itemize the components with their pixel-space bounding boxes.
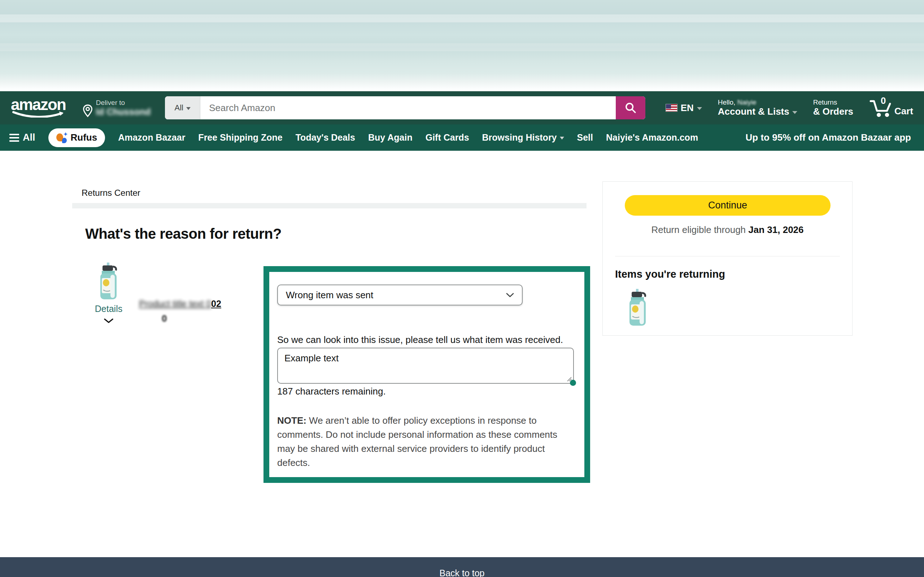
- all-menu-button[interactable]: All: [10, 132, 36, 143]
- chars-remaining: 187 characters remaining.: [277, 386, 577, 397]
- search-category-dropdown[interactable]: All: [165, 96, 200, 119]
- account-label: Account & Lists: [718, 106, 789, 117]
- product-thumbnail-block: Details: [95, 263, 123, 324]
- search-bar: All: [165, 96, 645, 119]
- select-chevron-icon: [506, 293, 514, 298]
- banner-streak: [0, 15, 924, 23]
- items-returning-heading: Items you're returning: [615, 268, 725, 280]
- reason-selected-value: Wrong item was sent: [286, 290, 373, 301]
- chevron-down-icon[interactable]: [104, 318, 113, 324]
- promo-banner[interactable]: Up to 95% off on Amazon Bazaar app: [746, 132, 914, 143]
- cursor-dot: [570, 380, 576, 386]
- main-column: Returns Center What's the reason for ret…: [72, 182, 586, 493]
- return-summary-card: Continue Return eligible through Jan 31,…: [603, 181, 853, 336]
- card-gutter: [72, 203, 586, 208]
- amazon-logo[interactable]: amazon: [11, 98, 66, 118]
- policy-note-bold: NOTE:: [277, 415, 307, 426]
- comment-textarea-wrap: Example text: [277, 348, 574, 385]
- greeting-name: Naiyie: [737, 98, 756, 106]
- page: amazon Deliver to Id Chussond All: [0, 0, 924, 577]
- nav-link-browsing-history[interactable]: Browsing History: [482, 132, 564, 143]
- comment-textarea[interactable]: Example text: [277, 348, 574, 384]
- cart-count: 0: [881, 95, 886, 106]
- eligibility-date: Jan 31, 2026: [748, 224, 803, 235]
- rufus-icon: ✦: [56, 132, 67, 143]
- rufus-label: Rufus: [71, 132, 97, 143]
- page-title: What's the reason for return?: [85, 226, 281, 242]
- language-selector[interactable]: EN: [666, 102, 702, 114]
- returns-line2: & Orders: [813, 106, 853, 117]
- sidebar-divider: [615, 256, 840, 256]
- product-title[interactable]: Product title text 002: [139, 298, 233, 309]
- deliver-to-label: Deliver to: [96, 99, 150, 107]
- policy-note: NOTE: We aren’t able to offer policy exc…: [277, 414, 577, 470]
- nav-link-todays-deals[interactable]: Today's Deals: [296, 132, 355, 143]
- returns-center-breadcrumb: Returns Center: [72, 182, 586, 203]
- hamburger-icon: [10, 134, 19, 142]
- returns-orders-menu[interactable]: Returns & Orders: [813, 98, 853, 117]
- eligibility-prefix: Return eligible through: [651, 224, 748, 235]
- returns-line1: Returns: [813, 98, 853, 106]
- caret-down-icon: [792, 111, 797, 114]
- deliver-to-button[interactable]: Deliver to Id Chussond: [82, 99, 150, 117]
- returning-item-image: [627, 287, 649, 328]
- rufus-button[interactable]: ✦ Rufus: [48, 128, 105, 147]
- return-reason-card: What's the reason for return? Details: [72, 208, 586, 493]
- footer-bar[interactable]: Back to top: [0, 557, 924, 577]
- nav-link-buy-again[interactable]: Buy Again: [368, 132, 412, 143]
- primary-nav: amazon Deliver to Id Chussond All: [0, 91, 924, 124]
- deliver-to-location: Id Chussond: [96, 107, 150, 117]
- product-subtitle: 0: [162, 313, 167, 324]
- nav-link-your-amazon[interactable]: Naiyie's Amazon.com: [606, 132, 698, 143]
- breadcrumb-label[interactable]: Returns Center: [82, 188, 141, 198]
- search-icon: [624, 102, 637, 114]
- banner-streak: [0, 43, 924, 51]
- reason-select[interactable]: Wrong item was sent: [277, 285, 523, 305]
- product-title-suffix: 02: [211, 298, 221, 309]
- search-button[interactable]: [616, 96, 645, 119]
- comment-label: So we can look into this issue, please t…: [277, 334, 577, 345]
- greeting-hello: Hello,: [718, 98, 736, 106]
- nav-right-cluster: EN Hello, Naiyie Account & Lists Returns…: [666, 98, 913, 118]
- nav-link-sell[interactable]: Sell: [577, 132, 593, 143]
- caret-down-icon: [186, 107, 191, 110]
- product-title-redacted: Product title text 0: [139, 298, 211, 309]
- caret-down-icon: [560, 137, 564, 140]
- search-input[interactable]: [200, 96, 615, 119]
- all-menu-label: All: [23, 132, 36, 143]
- nav-link-gift-cards[interactable]: Gift Cards: [426, 132, 469, 143]
- us-flag-icon: [666, 104, 677, 112]
- amazon-smile-icon: [11, 111, 65, 118]
- account-menu[interactable]: Hello, Naiyie Account & Lists: [718, 98, 797, 117]
- details-link[interactable]: Details: [95, 304, 122, 314]
- hero-banner-image: [0, 0, 924, 91]
- cart-label: Cart: [894, 106, 913, 117]
- nav-link-free-shipping-zone[interactable]: Free Shipping Zone: [198, 132, 282, 143]
- secondary-nav: All ✦ Rufus Amazon Bazaar Free Shipping …: [0, 124, 924, 151]
- nav-link-amazon-bazaar[interactable]: Amazon Bazaar: [118, 132, 185, 143]
- reason-highlight-box: Wrong item was sent So we can look into …: [263, 266, 590, 483]
- cart-button[interactable]: 0 Cart: [869, 98, 913, 118]
- product-bottle-image[interactable]: [97, 263, 120, 300]
- amazon-logo-text: amazon: [11, 98, 66, 111]
- location-pin-icon: [82, 104, 93, 117]
- return-eligibility: Return eligible through Jan 31, 2026: [603, 224, 852, 235]
- search-category-label: All: [174, 103, 183, 113]
- language-code: EN: [681, 102, 694, 114]
- continue-button[interactable]: Continue: [625, 195, 830, 216]
- back-to-top-link[interactable]: Back to top: [0, 557, 924, 577]
- caret-down-icon: [697, 107, 702, 110]
- policy-note-text: We aren’t able to offer policy exception…: [277, 415, 557, 468]
